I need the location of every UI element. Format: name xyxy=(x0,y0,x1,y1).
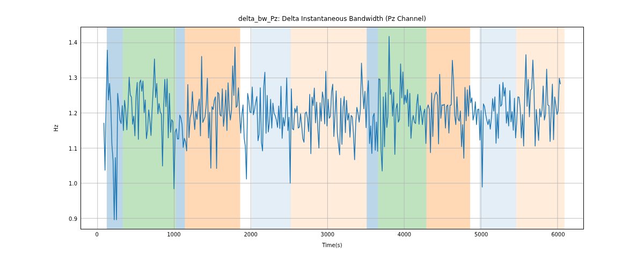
x-tick-label: 2000 xyxy=(244,232,257,237)
y-tick-label: 1.2 xyxy=(69,110,77,116)
figure: delta_bw_Pz: Delta Instantaneous Bandwid… xyxy=(0,0,644,268)
bg-band xyxy=(175,27,185,229)
y-tick-label: 1.3 xyxy=(69,75,77,80)
bg-band xyxy=(185,27,240,229)
x-tick-label: 4000 xyxy=(398,232,411,237)
y-tick-label: 1.1 xyxy=(69,145,77,151)
x-axis-label: Time(s) xyxy=(80,242,584,248)
bg-band xyxy=(378,27,427,229)
x-tick-label: 1000 xyxy=(167,232,180,237)
y-tick-label: 0.9 xyxy=(69,216,77,222)
plot-svg xyxy=(81,27,583,229)
x-tick-label: 5000 xyxy=(474,232,488,237)
bg-band xyxy=(240,27,251,229)
y-tick-label: 1.0 xyxy=(69,181,77,187)
x-tick-label: 6000 xyxy=(551,232,565,237)
x-tick-label: 3000 xyxy=(321,232,334,237)
x-tick-label: 0 xyxy=(96,232,99,237)
y-axis-label: Hz xyxy=(53,27,59,229)
bg-band xyxy=(470,27,479,229)
y-tick-label: 1.4 xyxy=(69,39,77,45)
plot-area xyxy=(80,27,584,229)
chart-title: delta_bw_Pz: Delta Instantaneous Bandwid… xyxy=(80,15,584,23)
bg-band xyxy=(516,27,565,229)
